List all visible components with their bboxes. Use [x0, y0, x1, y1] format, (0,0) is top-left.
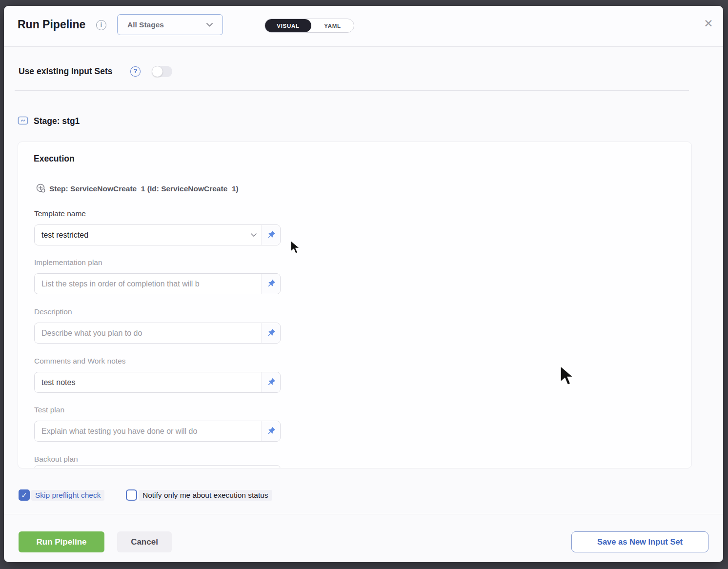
stage-icon	[17, 115, 29, 128]
pin-icon[interactable]	[261, 274, 280, 294]
close-icon[interactable]: ✕	[701, 16, 716, 31]
field-label-backout-plan: Backout plan	[34, 455, 78, 464]
help-icon[interactable]: ?	[130, 66, 141, 77]
test-plan-input[interactable]: Explain what testing you have done or wi…	[34, 421, 281, 442]
section-title: Execution	[34, 154, 75, 164]
chevron-down-icon	[246, 233, 261, 237]
comments-input[interactable]: test notes	[34, 372, 281, 393]
execution-card: Execution Step: ServiceNowCreate_1 (Id: …	[18, 142, 692, 468]
description-input[interactable]: Describe what you plan to do	[34, 323, 281, 344]
skip-preflight-checkbox[interactable]: ✓	[19, 489, 30, 501]
step-icon	[36, 183, 46, 196]
skip-preflight-label[interactable]: Skip preflight check	[31, 490, 104, 501]
field-label-comments: Comments and Work notes	[34, 357, 126, 366]
description-placeholder: Describe what you plan to do	[35, 329, 261, 338]
toggle-knob	[152, 66, 163, 77]
use-existing-input-sets-label: Use existing Input Sets	[19, 66, 113, 77]
tab-visual[interactable]: VISUAL	[265, 19, 311, 32]
divider	[15, 90, 689, 91]
pin-icon[interactable]	[261, 323, 280, 343]
stage-filter-value: All Stages	[127, 20, 164, 29]
page-title: Run Pipeline	[18, 18, 85, 31]
field-label-description: Description	[34, 307, 72, 316]
chevron-down-icon	[206, 23, 213, 27]
comments-value: test notes	[35, 378, 261, 387]
view-mode-toggle: VISUAL YAML	[264, 19, 354, 33]
input-sets-toggle[interactable]	[152, 66, 172, 77]
notify-me-label[interactable]: Notify only me about execution status	[139, 490, 272, 501]
implementation-plan-placeholder: List the steps in order of completion th…	[35, 280, 261, 288]
screen: { "header": { "title": "Run Pipeline", "…	[0, 0, 728, 569]
test-plan-placeholder: Explain what testing you have done or wi…	[35, 427, 261, 436]
template-name-select[interactable]: test restricted	[34, 224, 281, 245]
cancel-button[interactable]: Cancel	[117, 531, 172, 552]
implementation-plan-input[interactable]: List the steps in order of completion th…	[34, 273, 281, 294]
stage-filter-select[interactable]: All Stages	[117, 14, 223, 35]
tab-yaml[interactable]: YAML	[311, 19, 354, 32]
step-name: Step: ServiceNowCreate_1 (Id: ServiceNow…	[49, 184, 239, 193]
pin-icon[interactable]	[261, 225, 280, 245]
field-label-test-plan: Test plan	[34, 406, 64, 414]
pin-icon[interactable]	[261, 421, 280, 441]
save-as-input-set-button[interactable]: Save as New Input Set	[571, 531, 708, 552]
template-name-value: test restricted	[35, 231, 246, 240]
footer-divider	[4, 514, 723, 514]
run-pipeline-button[interactable]: Run Pipeline	[19, 531, 104, 552]
stage-name: Stage: stg1	[34, 116, 80, 126]
backout-plan-input[interactable]	[34, 465, 281, 468]
field-label-implementation-plan: Implementation plan	[34, 258, 102, 267]
dialog-header: Run Pipeline i All Stages VISUAL YAML ✕	[4, 6, 723, 47]
pin-icon[interactable]	[261, 372, 280, 392]
run-pipeline-dialog: Run Pipeline i All Stages VISUAL YAML ✕ …	[4, 6, 723, 562]
notify-me-checkbox[interactable]	[126, 489, 137, 501]
field-label-template-name: Template name	[34, 209, 86, 218]
info-icon[interactable]: i	[96, 20, 106, 30]
